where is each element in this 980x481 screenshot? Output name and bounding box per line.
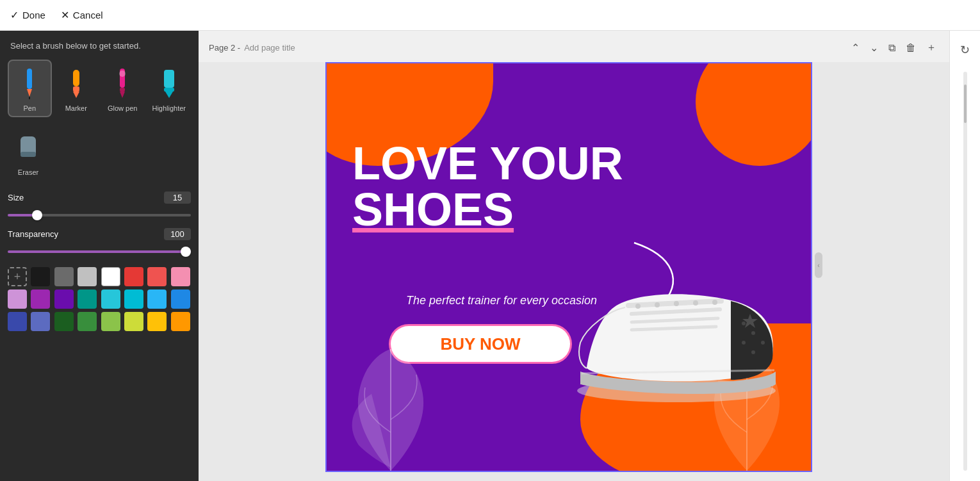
- color-swatch-white[interactable]: [101, 267, 120, 286]
- color-palette: +: [8, 265, 191, 334]
- color-swatch-pink[interactable]: [171, 267, 190, 286]
- color-swatch-purple-dark[interactable]: [54, 289, 74, 309]
- color-swatch-green[interactable]: [78, 312, 97, 331]
- page-info: Page 2 - Add page title: [209, 43, 295, 53]
- pen-brush-label: Pen: [23, 104, 36, 112]
- blob-top-right: [696, 62, 812, 166]
- svg-rect-4: [73, 86, 79, 92]
- color-swatch-cyan[interactable]: [124, 289, 143, 309]
- size-value-input[interactable]: [164, 192, 191, 204]
- add-page-button[interactable]: ＋: [924, 38, 939, 57]
- duplicate-page-button[interactable]: ⧉: [886, 40, 898, 56]
- marker-brush-icon: [65, 66, 88, 102]
- color-swatch-red[interactable]: [124, 267, 143, 286]
- buy-now-label: BUY NOW: [440, 334, 520, 354]
- marker-brush-label: Marker: [65, 104, 87, 112]
- cancel-button[interactable]: ✕ Cancel: [61, 9, 103, 21]
- delete-page-button[interactable]: 🗑: [903, 40, 919, 56]
- color-swatch-blue-dark[interactable]: [8, 312, 27, 331]
- color-swatch-teal-light[interactable]: [101, 289, 120, 309]
- page-down-button[interactable]: ⌄: [867, 39, 881, 56]
- size-control: Size: [8, 192, 191, 219]
- svg-point-23: [742, 341, 746, 345]
- scroll-track: [963, 72, 967, 471]
- color-swatch-blue-light[interactable]: [31, 312, 50, 331]
- svg-rect-3: [73, 70, 79, 86]
- brush-eraser[interactable]: Eraser: [8, 126, 49, 180]
- color-swatch-amber[interactable]: [147, 312, 167, 331]
- svg-rect-0: [27, 69, 32, 89]
- done-label: Done: [22, 10, 45, 20]
- panel-collapse-handle[interactable]: ‹: [815, 252, 822, 278]
- svg-point-9: [119, 70, 126, 77]
- highlighter-brush-icon: [158, 66, 181, 102]
- add-color-button[interactable]: +: [8, 267, 27, 286]
- page-label: Page 2 -: [209, 43, 240, 53]
- color-swatch-purple-mid[interactable]: [31, 289, 50, 309]
- left-panel: Select a brush below to get started. Pen: [0, 31, 199, 481]
- glow-pen-brush-icon: [111, 66, 134, 102]
- main-layout: Select a brush below to get started. Pen: [0, 31, 980, 481]
- svg-point-22: [751, 331, 755, 335]
- svg-point-19: [693, 300, 698, 306]
- pen-brush-icon: [18, 66, 41, 102]
- svg-point-17: [655, 302, 660, 307]
- color-swatch-purple-light[interactable]: [8, 289, 27, 309]
- svg-point-16: [635, 304, 641, 309]
- page-up-button[interactable]: ⌃: [849, 39, 862, 56]
- title-line1: LOVE YOUR: [352, 140, 623, 186]
- svg-marker-12: [165, 92, 173, 98]
- eraser-label: Eraser: [18, 168, 38, 176]
- eraser-row: Eraser: [8, 126, 191, 180]
- color-swatch-yellow-green[interactable]: [101, 312, 120, 331]
- canvas-main-title: LOVE YOUR SHOES: [352, 140, 623, 232]
- color-swatch-gray-dark[interactable]: [54, 267, 74, 286]
- brush-grid: Pen Marker: [8, 60, 191, 117]
- svg-point-24: [751, 350, 755, 354]
- color-swatch-blue-mid[interactable]: [147, 289, 167, 309]
- design-canvas: LOVE YOUR SHOES The perfect trainer for …: [325, 62, 812, 472]
- add-page-title[interactable]: Add page title: [244, 43, 295, 53]
- transparency-slider[interactable]: [8, 250, 191, 253]
- transparency-control: Transparency: [8, 228, 191, 256]
- shoe-svg: [568, 266, 785, 407]
- color-swatch-black[interactable]: [31, 267, 50, 286]
- color-swatch-gray-light[interactable]: [78, 267, 97, 286]
- svg-marker-5: [73, 92, 79, 98]
- svg-rect-11: [164, 88, 174, 92]
- brush-marker[interactable]: Marker: [54, 60, 99, 117]
- far-right-panel: ↻: [949, 31, 980, 481]
- size-slider[interactable]: [8, 214, 191, 216]
- color-swatch-pink-dark[interactable]: [147, 267, 167, 286]
- transparency-value-input[interactable]: [164, 228, 191, 240]
- done-button[interactable]: ✓ Done: [10, 9, 45, 21]
- canvas-actions: ⌃ ⌄ ⧉ 🗑 ＋: [849, 38, 939, 57]
- cancel-label: Cancel: [73, 10, 103, 20]
- instruction-text: Select a brush below to get started.: [8, 41, 191, 51]
- color-swatch-green-dark[interactable]: [54, 312, 74, 331]
- svg-rect-10: [164, 70, 174, 88]
- glow-pen-brush-label: Glow pen: [108, 104, 137, 112]
- checkmark-icon: ✓: [10, 9, 19, 21]
- top-bar: ✓ Done ✕ Cancel: [0, 0, 980, 31]
- svg-point-25: [761, 341, 765, 345]
- refresh-button[interactable]: ↻: [954, 38, 977, 61]
- brush-pen[interactable]: Pen: [8, 60, 52, 117]
- scroll-thumb[interactable]: [964, 85, 967, 123]
- brush-highlighter[interactable]: Highlighter: [147, 60, 192, 117]
- svg-marker-1: [27, 89, 32, 97]
- svg-rect-14: [20, 152, 36, 157]
- transparency-label: Transparency: [8, 229, 58, 239]
- color-swatch-orange[interactable]: [171, 312, 190, 331]
- canvas-area[interactable]: LOVE YOUR SHOES The perfect trainer for …: [199, 62, 949, 481]
- title-line2: SHOES: [352, 186, 623, 232]
- color-swatch-blue[interactable]: [171, 289, 190, 309]
- leaf-left-svg: [339, 343, 442, 471]
- svg-point-20: [712, 300, 717, 305]
- brush-glow-pen[interactable]: Glow pen: [101, 60, 145, 117]
- color-swatch-teal[interactable]: [78, 289, 97, 309]
- x-icon: ✕: [61, 9, 69, 21]
- canvas-header: Page 2 - Add page title ⌃ ⌄ ⧉ 🗑 ＋: [199, 31, 949, 62]
- shoe-image: [568, 253, 785, 420]
- color-swatch-yellow[interactable]: [124, 312, 143, 331]
